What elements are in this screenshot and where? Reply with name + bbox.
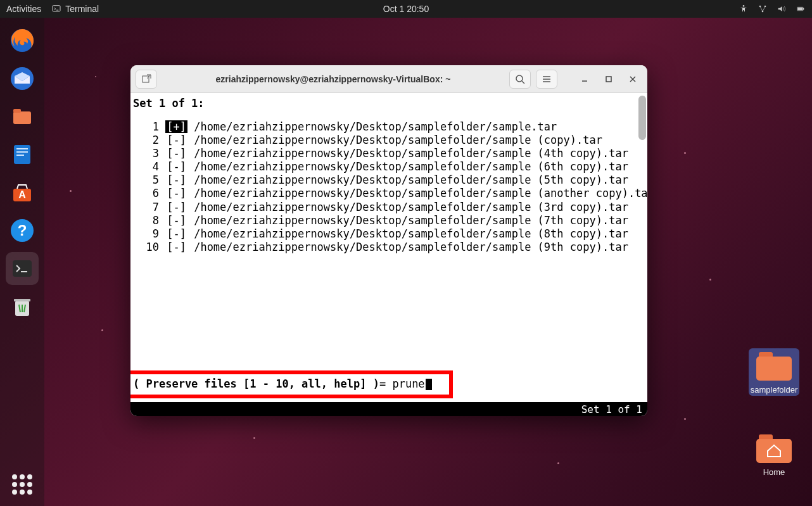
set-header: Set 1 of 1:: [133, 97, 636, 110]
firefox-launcher[interactable]: [6, 24, 39, 57]
desktop-folder-label: samplefolder: [751, 385, 797, 395]
file-path: /home/ezriahzippernowsky/Desktop/samplef…: [194, 201, 628, 213]
file-row: 6 [-] /home/ezriahzippernowsky/Desktop/s…: [133, 187, 636, 200]
home-folder-icon: [756, 434, 792, 464]
minimize-icon: [580, 75, 589, 84]
clock[interactable]: Oct 1 20:50: [383, 4, 429, 14]
file-path: /home/ezriahzippernowsky/Desktop/samplef…: [194, 214, 628, 227]
window-title: ezriahzippernowsky@ezriahzippernowsky-Vi…: [162, 74, 504, 84]
help-launcher[interactable]: ?: [6, 214, 39, 247]
new-tab-button[interactable]: [136, 70, 157, 89]
help-icon: ?: [8, 217, 36, 244]
file-list: 1 [+] /home/ezriahzippernowsky/Desktop/s…: [133, 120, 636, 254]
file-row: 2 [-] /home/ezriahzippernowsky/Desktop/s…: [133, 134, 636, 147]
svg-rect-13: [16, 148, 28, 149]
network-icon[interactable]: [758, 4, 768, 14]
dock: A ?: [0, 18, 44, 506]
menu-button[interactable]: [536, 70, 557, 89]
file-row: 3 [-] /home/ezriahzippernowsky/Desktop/s…: [133, 147, 636, 160]
file-path: /home/ezriahzippernowsky/Desktop/samplef…: [194, 187, 647, 199]
svg-rect-23: [143, 76, 149, 82]
desktop-home-label: Home: [763, 467, 785, 477]
file-marker: [-]: [165, 241, 187, 253]
file-marker: [-]: [165, 214, 187, 227]
svg-rect-6: [803, 8, 804, 10]
software-icon: A: [8, 179, 36, 206]
window-titlebar[interactable]: ezriahzippernowsky@ezriahzippernowsky-Vi…: [130, 65, 647, 93]
file-row: 4 [-] /home/ezriahzippernowsky/Desktop/s…: [133, 160, 636, 174]
file-path: /home/ezriahzippernowsky/Desktop/samplef…: [194, 227, 628, 240]
thunderbird-icon: [8, 65, 36, 92]
svg-rect-0: [53, 6, 60, 11]
search-icon: [514, 73, 526, 85]
search-button[interactable]: [509, 70, 531, 89]
terminal-icon: [8, 255, 36, 282]
svg-point-24: [516, 75, 523, 82]
new-tab-icon: [141, 73, 152, 85]
svg-rect-14: [16, 151, 28, 153]
trash-launcher[interactable]: [6, 290, 39, 323]
file-marker: [-]: [165, 147, 187, 160]
svg-rect-25: [606, 77, 611, 82]
prompt-separator: =: [379, 377, 392, 390]
trash-icon: [8, 293, 36, 320]
prompt-label: ( Preserve files [1 - 10, all, help] ): [133, 377, 379, 390]
svg-rect-15: [16, 155, 24, 156]
terminal-launcher[interactable]: [6, 252, 39, 285]
volume-icon[interactable]: [777, 4, 787, 14]
file-row: 9 [-] /home/ezriahzippernowsky/Desktop/s…: [133, 227, 636, 241]
file-path: /home/ezriahzippernowsky/Desktop/samplef…: [194, 160, 628, 173]
terminal-statusbar: Set 1 of 1: [130, 402, 647, 416]
accessibility-icon[interactable]: [739, 4, 749, 14]
files-launcher[interactable]: [6, 100, 39, 133]
scrollbar-thumb[interactable]: [638, 96, 646, 140]
active-app-name: Terminal: [65, 4, 99, 14]
firefox-icon: [8, 27, 36, 54]
file-row: 5 [-] /home/ezriahzippernowsky/Desktop/s…: [133, 174, 636, 187]
active-app-menu[interactable]: Terminal: [51, 4, 99, 14]
prompt-line[interactable]: ( Preserve files [1 - 10, all, help] )= …: [130, 377, 640, 391]
terminal-body[interactable]: Set 1 of 1: 1 [+] /home/ezriahzippernows…: [130, 93, 647, 402]
hamburger-icon: [541, 73, 552, 85]
file-path: /home/ezriahzippernowsky/Desktop/samplef…: [194, 174, 628, 186]
close-button[interactable]: [623, 70, 642, 89]
top-bar: Activities Terminal Oct 1 20:50: [0, 0, 812, 18]
svg-rect-11: [13, 109, 21, 113]
file-path: /home/ezriahzippernowsky/Desktop/samplef…: [194, 147, 628, 160]
terminal-window: ezriahzippernowsky@ezriahzippernowsky-Vi…: [130, 65, 647, 416]
files-icon: [8, 103, 36, 130]
svg-point-1: [743, 5, 745, 7]
writer-launcher[interactable]: [6, 138, 39, 171]
svg-rect-20: [13, 260, 32, 277]
file-marker: [+]: [165, 120, 187, 133]
file-row: 10 [-] /home/ezriahzippernowsky/Desktop/…: [133, 241, 636, 254]
prompt-input[interactable]: prune: [392, 377, 424, 390]
svg-rect-10: [13, 111, 31, 124]
maximize-icon: [604, 75, 613, 84]
file-marker: [-]: [165, 160, 187, 173]
file-path: /home/ezriahzippernowsky/Desktop/samplef…: [194, 241, 628, 253]
svg-rect-7: [797, 8, 802, 10]
terminal-small-icon: [51, 4, 61, 14]
desktop-folder-samplefolder[interactable]: samplefolder: [749, 348, 799, 396]
activities-button[interactable]: Activities: [6, 4, 41, 14]
thunderbird-launcher[interactable]: [6, 62, 39, 95]
writer-icon: [8, 141, 36, 168]
show-apps-button[interactable]: [10, 472, 35, 497]
battery-icon[interactable]: [796, 4, 806, 14]
file-path: /home/ezriahzippernowsky/Desktop/samplef…: [194, 120, 557, 133]
desktop-home[interactable]: Home: [749, 431, 799, 478]
svg-rect-22: [14, 299, 30, 301]
file-path: /home/ezriahzippernowsky/Desktop/samplef…: [194, 134, 602, 146]
svg-text:?: ?: [18, 222, 27, 239]
file-marker: [-]: [165, 201, 187, 213]
folder-icon: [756, 352, 792, 381]
file-marker: [-]: [165, 187, 187, 199]
file-row: 1 [+] /home/ezriahzippernowsky/Desktop/s…: [133, 120, 636, 134]
file-row: 8 [-] /home/ezriahzippernowsky/Desktop/s…: [133, 214, 636, 227]
minimize-button[interactable]: [575, 70, 594, 89]
file-marker: [-]: [165, 134, 187, 146]
software-launcher[interactable]: A: [6, 176, 39, 209]
maximize-button[interactable]: [599, 70, 618, 89]
file-marker: [-]: [165, 227, 187, 240]
